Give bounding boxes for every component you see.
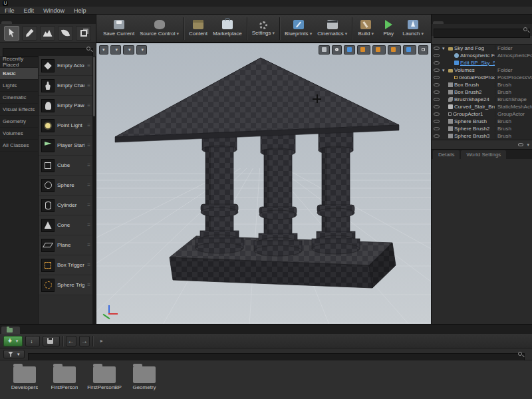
actor-label[interactable]: Atmospheric Fog xyxy=(460,53,495,59)
place-mode-icon[interactable] xyxy=(4,26,19,41)
category-item[interactable]: Cinematic xyxy=(0,92,38,104)
placeable-item[interactable]: Sphere Trigger ≡ xyxy=(39,275,92,295)
outliner-row[interactable]: Atmospheric Fog AtmosphericFog xyxy=(432,52,532,59)
details-tab[interactable]: Details xyxy=(433,150,460,159)
lit-button[interactable]: ▾ xyxy=(123,45,134,55)
outliner-row[interactable]: Box Brush2 Brush xyxy=(432,88,532,96)
expand-arrow-icon[interactable] xyxy=(442,68,447,73)
import-button[interactable]: ↓ xyxy=(25,336,40,346)
placeable-item[interactable]: Point Light ≡ xyxy=(39,116,92,136)
actor-label[interactable]: Sphere Brush2 xyxy=(454,126,489,132)
filters-button[interactable]: ▾ xyxy=(3,350,25,358)
expand-arrow-icon[interactable] xyxy=(442,46,447,51)
add-new-button[interactable]: + ▾ xyxy=(3,336,23,346)
visibility-eye-icon[interactable] xyxy=(434,105,440,108)
placeable-item[interactable]: Box Trigger ≡ xyxy=(39,255,92,275)
camera-speed-button[interactable] xyxy=(403,45,416,55)
placeable-item[interactable]: Empty Actor ≡ xyxy=(39,56,92,76)
dropdown-caret-icon[interactable]: ▾ xyxy=(421,31,424,37)
asset-thumbnail[interactable] xyxy=(13,366,36,383)
drag-grip-icon[interactable]: ≡ xyxy=(87,102,91,108)
actor-label[interactable]: Edit BP_Sky_Sphere xyxy=(460,60,495,66)
category-item[interactable]: Recently Placed xyxy=(0,56,38,68)
category-item[interactable]: Basic xyxy=(0,68,38,80)
drag-grip-icon[interactable]: ≡ xyxy=(87,182,91,188)
visibility-eye-icon[interactable] xyxy=(434,90,440,94)
folder-firstperson[interactable]: FirstPerson xyxy=(45,362,84,390)
actor-label[interactable]: GlobalPostProcessVolume xyxy=(459,74,495,80)
dropdown-caret-icon[interactable]: ▾ xyxy=(371,31,374,37)
transform-scale-icon[interactable] xyxy=(344,45,355,55)
geometry-mode-icon[interactable] xyxy=(76,26,91,41)
tab-content-browser[interactable] xyxy=(1,327,20,334)
placeable-item[interactable]: Cone ≡ xyxy=(39,215,92,235)
actor-label[interactable]: Sphere Brush xyxy=(454,118,487,124)
actor-label[interactable]: GroupActor1 xyxy=(453,111,483,117)
asset-thumbnail[interactable] xyxy=(93,366,116,383)
placeable-item[interactable]: Sphere ≡ xyxy=(39,176,92,196)
drag-grip-icon[interactable]: ≡ xyxy=(87,82,91,88)
visibility-eye-icon[interactable] xyxy=(434,83,440,86)
menu-item[interactable]: Help xyxy=(69,7,91,14)
placeable-item[interactable]: Empty Pawn ≡ xyxy=(39,96,92,116)
dropdown-caret-icon[interactable]: ▾ xyxy=(310,31,313,37)
folder-geometry[interactable]: Geometry xyxy=(125,362,164,390)
category-item[interactable]: Volumes xyxy=(0,128,38,140)
transform-rotate-icon[interactable] xyxy=(332,45,342,55)
back-button[interactable]: ← xyxy=(66,336,76,346)
blueprints-button[interactable]: Blueprints ▾ xyxy=(282,16,315,41)
breadcrumb[interactable]: ▸ xyxy=(96,338,106,344)
launch-button[interactable]: Launch ▾ xyxy=(400,16,426,41)
asset-thumbnail[interactable] xyxy=(133,366,156,383)
source-control-button[interactable]: Source Control ▾ xyxy=(137,16,182,41)
marketplace-button[interactable]: Marketplace xyxy=(210,16,245,41)
drag-grip-icon[interactable]: ≡ xyxy=(87,162,91,168)
menu-item[interactable]: Window xyxy=(39,7,69,14)
scrollbar-thumb[interactable] xyxy=(93,57,95,116)
cinematics-button[interactable]: Cinematics ▾ xyxy=(315,16,350,41)
outliner-row[interactable]: GroupActor1 GroupActor xyxy=(432,110,532,118)
actor-label[interactable]: BrushShape24 xyxy=(454,96,489,102)
outliner-search-input[interactable] xyxy=(434,29,530,38)
visibility-eye-icon[interactable] xyxy=(434,47,440,50)
drag-grip-icon[interactable]: ≡ xyxy=(87,262,91,268)
actor-label[interactable]: Volumes xyxy=(454,67,475,73)
rotation-snap-button[interactable] xyxy=(372,45,386,55)
outliner-row[interactable]: Sphere Brush2 Brush xyxy=(432,125,532,132)
visibility-eye-icon[interactable] xyxy=(434,127,440,130)
outliner-row[interactable]: BrushShape24 BrushShape xyxy=(432,96,532,103)
grid-snap-button[interactable] xyxy=(357,45,370,55)
visibility-eye-icon[interactable] xyxy=(434,54,440,57)
actor-label[interactable]: Sphere Brush3 xyxy=(454,133,489,139)
drag-grip-icon[interactable]: ≡ xyxy=(87,222,91,228)
placeable-item[interactable]: Cube ≡ xyxy=(39,156,92,176)
outliner-row[interactable]: Volumes Folder xyxy=(432,66,532,74)
drag-grip-icon[interactable]: ≡ xyxy=(87,63,91,68)
visibility-eye-icon[interactable] xyxy=(434,68,440,72)
menu-item[interactable]: File xyxy=(0,7,19,14)
landscape-mode-icon[interactable] xyxy=(40,26,55,41)
build-button[interactable]: Build ▾ xyxy=(354,16,377,41)
category-item[interactable]: Geometry xyxy=(0,116,38,128)
category-item[interactable]: All Classes xyxy=(0,140,38,152)
visibility-eye-icon[interactable] xyxy=(434,112,440,116)
show-button[interactable]: ▾ xyxy=(136,45,148,55)
drag-grip-icon[interactable]: ≡ xyxy=(87,202,91,208)
placeable-item[interactable]: Plane ≡ xyxy=(39,235,92,255)
placeable-item[interactable]: Cylinder ≡ xyxy=(39,196,92,215)
drag-grip-icon[interactable]: ≡ xyxy=(87,122,91,128)
maximize-viewport-icon[interactable] xyxy=(418,45,428,55)
drag-grip-icon[interactable]: ≡ xyxy=(87,242,91,248)
drag-grip-icon[interactable]: ≡ xyxy=(87,142,91,148)
folder-developers[interactable]: Developers xyxy=(5,362,44,390)
viewport-3d[interactable]: ▾ ▾ ▾ ▾ xyxy=(96,43,431,324)
placeable-item[interactable]: Player Start ≡ xyxy=(39,136,92,156)
settings-button[interactable]: Settings ▾ xyxy=(249,16,277,41)
viewport-options-button[interactable]: ▾ xyxy=(99,45,108,55)
actor-label[interactable]: Box Brush xyxy=(454,82,479,88)
perspective-button[interactable]: ▾ xyxy=(110,45,122,55)
actor-label[interactable]: Sky and Fog xyxy=(454,45,484,51)
drag-grip-icon[interactable]: ≡ xyxy=(87,282,91,288)
category-item[interactable]: Visual Effects xyxy=(0,104,38,116)
dropdown-caret-icon[interactable]: ▾ xyxy=(273,31,275,36)
